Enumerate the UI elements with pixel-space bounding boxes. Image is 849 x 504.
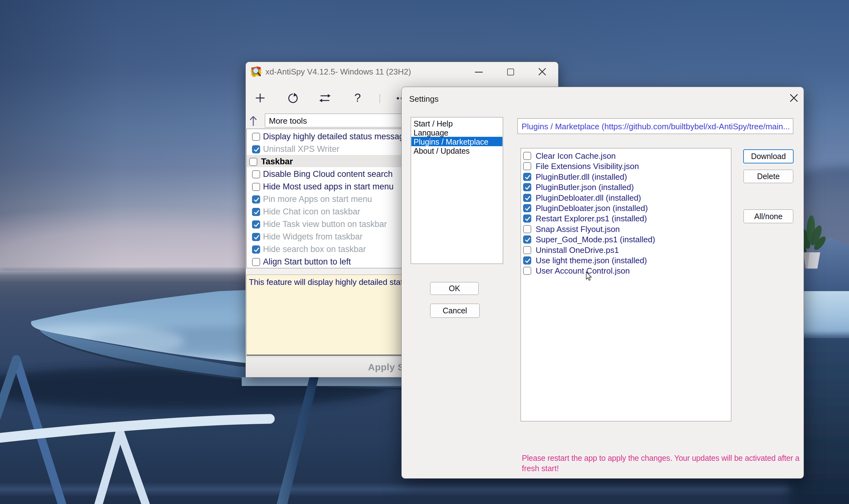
svg-text:?: ? <box>355 93 361 104</box>
